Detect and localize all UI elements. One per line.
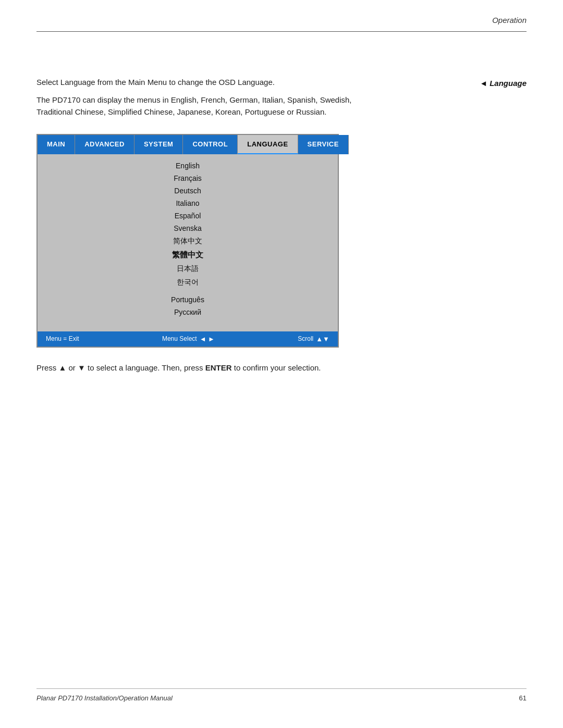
footer-scroll: Scroll ▲▼ (298, 335, 329, 343)
description-line1: Select Language from the Main Menu to ch… (36, 78, 381, 87)
description-line2: The PD7170 can display the menus in Engl… (36, 94, 381, 118)
language-section-heading: Language (480, 79, 527, 88)
left-right-arrows-icon: ◄ ► (200, 335, 215, 343)
page-footer: Planar PD7170 Installation/Operation Man… (36, 688, 527, 702)
up-down-arrows-icon: ▲▼ (316, 335, 329, 343)
footer-manual-title: Planar PD7170 Installation/Operation Man… (36, 694, 173, 702)
footer-page-number: 61 (519, 694, 527, 702)
footer-exit-label: Menu = Exit (46, 335, 79, 342)
press-instruction-before: Press ▲ or ▼ to select a language. Then,… (36, 363, 205, 372)
osd-tab-main[interactable]: MAIN (38, 135, 75, 154)
language-item-svenska[interactable]: Svenska (38, 222, 338, 235)
press-instruction-after: to confirm your selection. (232, 363, 321, 372)
osd-content: English Français Deutsch Italiano Españo… (38, 154, 338, 331)
language-item-italiano[interactable]: Italiano (38, 197, 338, 209)
osd-tab-language[interactable]: LANGUAGE (238, 135, 298, 154)
osd-tab-advanced[interactable]: ADVANCED (75, 135, 134, 154)
footer-exit: Menu = Exit (46, 335, 79, 342)
footer-menu-select-label: Menu Select (162, 335, 197, 342)
top-text-section: Select Language from the Main Menu to ch… (36, 78, 527, 118)
language-item-portuguese[interactable]: Português (38, 293, 338, 306)
osd-tabs-bar: MAIN ADVANCED SYSTEM CONTROL LANGUAGE SE… (38, 135, 338, 154)
footer-scroll-label: Scroll (298, 335, 313, 342)
osd-tab-service[interactable]: SERVICE (298, 135, 349, 154)
language-item-russian[interactable]: Русский (38, 306, 338, 318)
language-item-korean[interactable]: 한국어 (38, 276, 338, 289)
language-item-francais[interactable]: Français (38, 172, 338, 184)
osd-menu: MAIN ADVANCED SYSTEM CONTROL LANGUAGE SE… (36, 134, 339, 348)
language-item-simplified-chinese[interactable]: 简体中文 (38, 235, 338, 248)
top-rule (36, 31, 527, 32)
osd-footer-bar: Menu = Exit Menu Select ◄ ► Scroll ▲▼ (38, 331, 338, 347)
language-item-traditional-chinese[interactable]: 繁體中文 (38, 248, 338, 262)
language-item-english[interactable]: English (38, 159, 338, 172)
language-item-japanese[interactable]: 日本語 (38, 262, 338, 276)
content-area: Select Language from the Main Menu to ch… (36, 78, 527, 372)
left-text: Select Language from the Main Menu to ch… (36, 78, 381, 118)
footer-menu-select: Menu Select ◄ ► (162, 335, 215, 343)
language-item-deutsch[interactable]: Deutsch (38, 184, 338, 197)
osd-tab-system[interactable]: SYSTEM (134, 135, 183, 154)
press-instruction: Press ▲ or ▼ to select a language. Then,… (36, 363, 527, 372)
press-instruction-enter: ENTER (205, 363, 232, 372)
operation-label: Operation (492, 16, 527, 24)
language-item-espanol[interactable]: Español (38, 209, 338, 222)
page-container: Operation Select Language from the Main … (0, 0, 563, 728)
osd-tab-control[interactable]: CONTROL (183, 135, 238, 154)
